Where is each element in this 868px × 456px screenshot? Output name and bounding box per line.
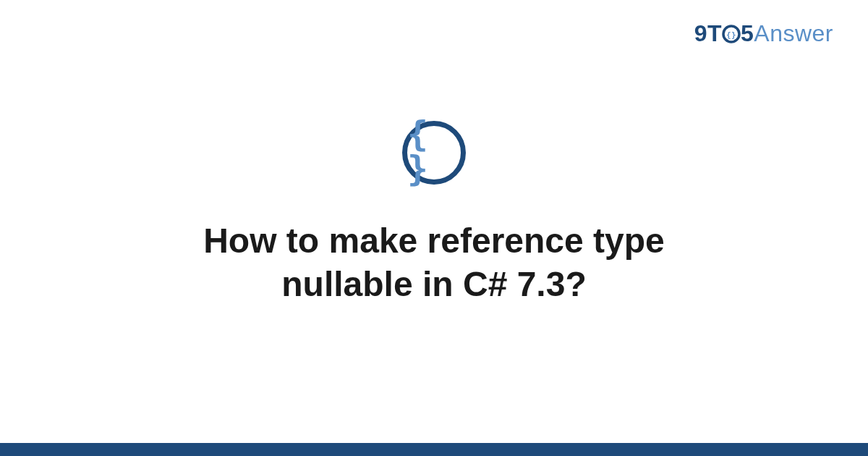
question-title: How to make reference type nullable in C… bbox=[109, 219, 760, 306]
braces-glyph: { } bbox=[407, 117, 461, 186]
main-content: { } How to make reference type nullable … bbox=[0, 0, 868, 456]
footer-accent-bar bbox=[0, 443, 868, 456]
code-braces-icon: { } bbox=[402, 121, 466, 185]
